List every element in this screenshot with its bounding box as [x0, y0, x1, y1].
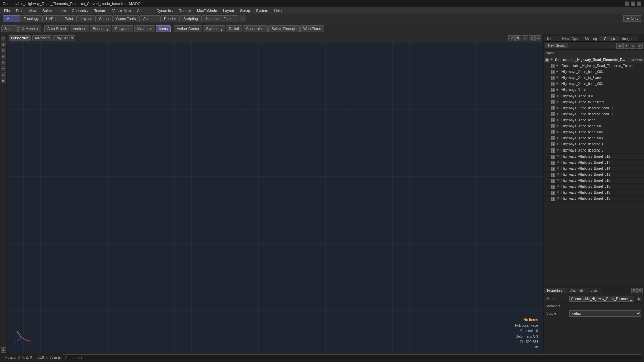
menu-item-help[interactable]: Help: [271, 8, 284, 13]
menu-item-system[interactable]: System: [253, 8, 271, 13]
list-item-3[interactable]: ◈ 👁 Highways_2lane_bend_003: [544, 81, 644, 87]
left-tool-3[interactable]: ⊞: [1, 48, 6, 53]
prop-arrow[interactable]: ▶: [637, 297, 641, 301]
tab-images[interactable]: Images: [619, 36, 637, 41]
list-item-22[interactable]: ◈ 👁 Highways_Attributes_Barrel_013: [544, 196, 644, 202]
left-tool-1[interactable]: ⊹: [1, 36, 6, 41]
left-tool-2[interactable]: ◈: [1, 42, 6, 47]
maximize-button[interactable]: □: [631, 1, 635, 6]
tab-shading[interactable]: Shading: [581, 36, 601, 41]
materials-button[interactable]: Materials: [134, 25, 155, 32]
vertices-button[interactable]: Vertices: [70, 25, 89, 32]
list-item-15[interactable]: ◈ 👁 Highways_Attributes_Barrel_012: [544, 154, 644, 160]
prop-name-input[interactable]: [569, 296, 634, 302]
list-item-18[interactable]: ◈ 👁 Highways_Attributes_Barrel_011: [544, 172, 644, 178]
close-button[interactable]: ✕: [637, 1, 641, 6]
item-list[interactable]: ▣ 👁 Connectable_Highway_Road_Elements_E.…: [544, 57, 644, 286]
ray-gl-button[interactable]: Ray GL: Off: [53, 35, 76, 41]
mode-btn-layout[interactable]: Layout: [77, 15, 95, 22]
list-item-1[interactable]: ◈ 👁 Highways_2lane_bend_006: [544, 69, 644, 75]
viewport-canvas[interactable]: X Y Z No Items Polygons: Face Channels: …: [7, 42, 543, 353]
auto-select-button[interactable]: Auto Select: [44, 25, 69, 32]
left-tool-5[interactable]: ⊕: [1, 60, 6, 65]
mode-btn-schematic-fusion[interactable]: Schematic Fusion: [202, 15, 238, 22]
mode-btn-render[interactable]: Render: [160, 15, 180, 22]
list-item-6[interactable]: ◈ 👁 Highways_3lane_to_descent: [544, 99, 644, 105]
list-item-19[interactable]: ◈ 👁 Highways_Attributes_Barrel_016: [544, 178, 644, 184]
left-tool-8[interactable]: ◼: [1, 78, 6, 83]
add-tab-button[interactable]: +: [637, 35, 643, 41]
viewport-icon-circle[interactable]: ○: [522, 35, 528, 41]
presets-button[interactable]: ⬡ Presets: [18, 25, 41, 32]
left-tool-6[interactable]: ⊖: [1, 66, 6, 71]
list-item-20[interactable]: ◈ 👁 Highways_Attributes_Barrel_015: [544, 184, 644, 190]
menu-item-geometry[interactable]: Geometry: [69, 8, 91, 13]
rt-icon-4[interactable]: ⊕: [637, 43, 643, 49]
mode-btn-scripting[interactable]: Scripting: [180, 15, 202, 22]
tab-mesh-ops[interactable]: Mesh Ops: [559, 36, 581, 41]
select-through-button[interactable]: Select Through: [268, 25, 299, 32]
tab-groups[interactable]: Groups: [601, 36, 619, 41]
window-controls[interactable]: — □ ✕: [625, 1, 641, 6]
prop-tab-properties[interactable]: Properties: [544, 288, 566, 293]
prop-tab-channels[interactable]: Channels: [566, 288, 587, 293]
add-mode-button[interactable]: +: [239, 15, 246, 22]
mode-btn-game-tools[interactable]: Game Tools: [112, 15, 140, 22]
list-item-7[interactable]: ◈ 👁 Highways_1lane_descent_bend_006: [544, 105, 644, 111]
mode-btn-animate[interactable]: Animate: [140, 15, 160, 22]
left-tool-bottom[interactable]: ▣: [1, 347, 6, 353]
symmetry-button[interactable]: Symmetry: [203, 25, 226, 32]
list-item-0[interactable]: ◈ 👁 Connectable_Highway_Road_Elements_En…: [544, 63, 644, 69]
falloff-button[interactable]: Falloff: [226, 25, 242, 32]
tab-items[interactable]: Items: [544, 36, 559, 41]
list-item-4[interactable]: ◈ 👁 Highways_3lane: [544, 87, 644, 93]
sculpt-button[interactable]: Sculpt: [1, 25, 18, 32]
mode-btn-setup[interactable]: Setup: [95, 15, 112, 22]
menu-item-texture[interactable]: Texture: [92, 8, 109, 13]
mode-btn-topology[interactable]: Topology: [20, 15, 42, 22]
list-item-2[interactable]: ◈ 👁 Highways_2lane_to_3lane: [544, 75, 644, 81]
prop-visible-select[interactable]: default on off: [569, 310, 641, 317]
items-button[interactable]: Items: [156, 25, 171, 32]
viewport-icon-target[interactable]: ◎: [529, 35, 535, 41]
list-item-13[interactable]: ◈ 👁 Highways_3lane_descent_1: [544, 141, 644, 147]
prop-icon-2[interactable]: ⊟: [637, 288, 643, 293]
menu-item-layout[interactable]: Layout: [220, 8, 237, 13]
menu-item-edit[interactable]: Edit: [13, 8, 25, 13]
menu-item-animate[interactable]: Animate: [134, 8, 153, 13]
menu-item-render[interactable]: Render: [176, 8, 194, 13]
list-item-parent[interactable]: ▣ 👁 Connectable_Highway_Road_Elements_E.…: [544, 57, 644, 63]
rt-icon-2[interactable]: ◈: [623, 43, 629, 49]
viewport[interactable]: Perspective Advanced Ray GL: Off ⤢ 🔍 ○ ◎…: [7, 34, 543, 353]
menu-item-select[interactable]: Select: [40, 8, 55, 13]
rt-icon-1[interactable]: ⊞: [616, 43, 623, 49]
rt-icon-3[interactable]: ⊟: [630, 43, 636, 49]
list-item-16[interactable]: ◈ 👁 Highways_Attributes_Barrel_017: [544, 160, 644, 166]
viewport-icon-expand[interactable]: ⤢: [508, 35, 515, 41]
new-group-button[interactable]: New Group: [545, 43, 568, 48]
minimize-button[interactable]: —: [625, 1, 629, 6]
menu-item-item[interactable]: Item: [56, 8, 68, 13]
viewport-icon-zoom[interactable]: 🔍: [515, 35, 521, 41]
list-item-21[interactable]: ◈ 👁 Highways_Attributes_Barrel_018: [544, 190, 644, 196]
action-center-button[interactable]: Action Center: [174, 25, 202, 32]
menu-item-view[interactable]: View: [26, 8, 39, 13]
left-tool-4[interactable]: ⊟: [1, 54, 6, 59]
mode-btn-paint[interactable]: Paint: [61, 15, 77, 22]
boundary-button[interactable]: Boundary: [90, 25, 111, 32]
workplane-button[interactable]: WorkPlane: [300, 25, 324, 32]
mode-btn-uvedit[interactable]: UVEdit: [42, 15, 61, 22]
mode-btn-model[interactable]: Model: [3, 15, 20, 22]
only-button[interactable]: ★ Only: [623, 15, 641, 22]
prop-icon-1[interactable]: ⊞: [631, 288, 637, 293]
menu-item-vertex-map[interactable]: Vertex Map: [110, 8, 134, 13]
prop-tab-lists[interactable]: Lists: [587, 288, 601, 293]
list-item-5[interactable]: ◈ 👁 Highways_3lane_001: [544, 93, 644, 99]
perspective-button[interactable]: Perspective: [9, 35, 31, 41]
advanced-button[interactable]: Advanced: [32, 35, 52, 41]
list-item-9[interactable]: ◈ 👁 Highways_3lane_bend: [544, 117, 644, 123]
constrain-button[interactable]: Constrain...: [243, 25, 268, 32]
menu-item-file[interactable]: File: [1, 8, 13, 13]
list-item-12[interactable]: ◈ 👁 Highways_3lane_bend_003: [544, 135, 644, 141]
menu-item-dynamics[interactable]: Dynamics: [154, 8, 175, 13]
